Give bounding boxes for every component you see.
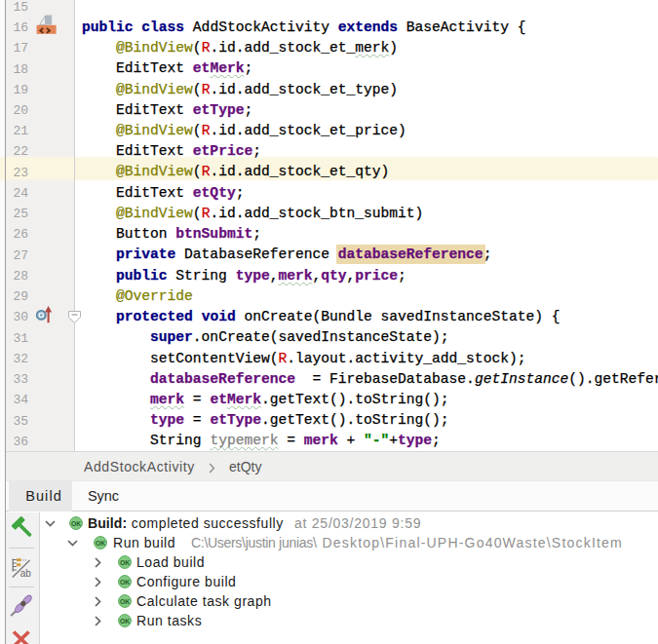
svg-text:OK: OK [70,520,80,527]
svg-text:OK: OK [119,618,129,625]
svg-text:OK: OK [119,579,129,586]
svg-text:OK: OK [119,598,129,605]
svg-text:OK: OK [95,540,104,547]
svg-text:OK: OK [119,559,129,566]
